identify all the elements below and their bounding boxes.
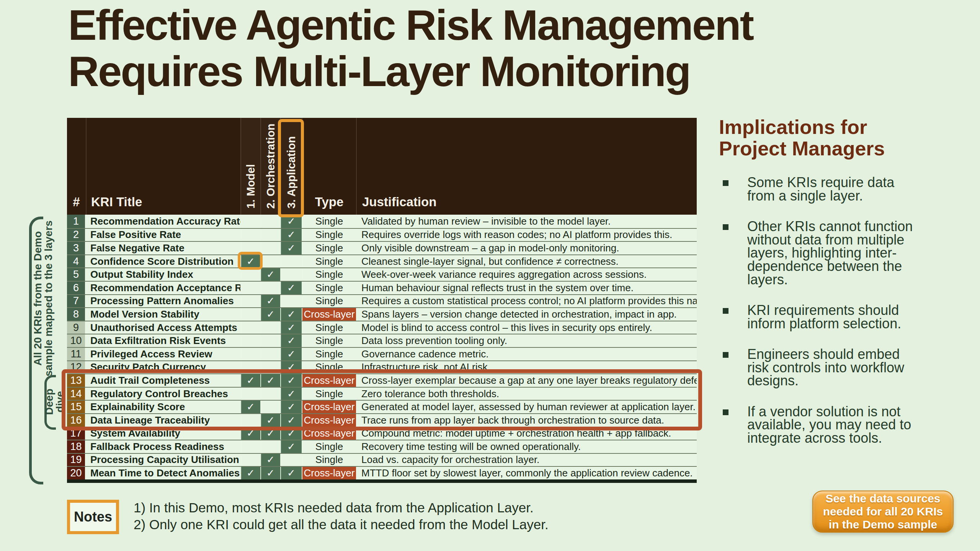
kri-title: Output Stability Index: [86, 268, 240, 281]
implications-list: Some KRIs require data from a single lay…: [719, 176, 969, 445]
kri-title: Audit Trail Completeness: [86, 374, 240, 387]
table-row: 11Privileged Access Review✓SingleGoverna…: [67, 347, 697, 360]
kri-title: False Negative Rate: [86, 242, 240, 254]
application-check-cell: ✓: [280, 321, 302, 334]
type-cell: Single: [302, 229, 356, 241]
row-number: 13: [67, 374, 86, 387]
application-check-cell: ✓: [280, 467, 302, 479]
type-cell: Cross-layer: [302, 308, 356, 321]
deep-dive-label: Deepdive: [44, 389, 65, 415]
table-row: 10Data Exfiltration Risk Events✓SingleDa…: [67, 334, 697, 347]
list-item: KRI requirements should inform platform …: [719, 304, 969, 330]
application-empty-cell: [280, 295, 302, 308]
type-cell: Single: [302, 348, 356, 360]
row-number: 9: [67, 321, 86, 334]
kri-title: Data Lineage Traceability: [86, 414, 240, 427]
page-title-line: Effective Agentic Risk Management: [68, 2, 753, 49]
table-row: 17System Availability✓✓✓Cross-layerCompo…: [67, 427, 697, 440]
justification-cell: Generated at model layer, assessed by hu…: [356, 401, 697, 413]
cta-button-line: in the Demo sample: [829, 518, 937, 531]
implications-heading-line: Implications for: [719, 117, 969, 138]
application-check-cell: ✓: [280, 308, 302, 321]
list-item-text: Some KRIs require data from a single lay…: [747, 176, 969, 202]
type-cell: Single: [302, 334, 356, 347]
cta-button[interactable]: See the data sourcesneeded for all 20 KR…: [812, 491, 954, 533]
implications-heading: Implications forProject Managers: [719, 117, 969, 159]
cta-button-line: See the data sources: [825, 492, 940, 505]
table-row: 19Processing Capacity Utilisation✓Single…: [67, 453, 697, 466]
type-cell: Single: [302, 255, 356, 268]
justification-cell: Governance cadence metric.: [356, 348, 697, 360]
type-cell: Cross-layer: [302, 427, 356, 440]
row-number: 7: [67, 295, 86, 308]
kri-title: Privileged Access Review: [86, 348, 240, 360]
kri-title: Fallback Process Readiness: [86, 440, 240, 453]
table-bottom-border: [67, 479, 697, 483]
type-cell: Cross-layer: [302, 414, 356, 427]
justification-cell: Infrastructure risk, not AI risk.: [356, 361, 697, 374]
type-cell: Cross-layer: [302, 401, 356, 413]
orchestration-empty-cell: [260, 348, 280, 360]
orchestration-empty-cell: [260, 334, 280, 347]
col-header-model: 1. Model: [240, 118, 260, 215]
model-empty-cell: [240, 414, 260, 427]
bullet-square-icon: [719, 304, 747, 330]
note-line: 2) Only one KRI could get all the data i…: [134, 516, 549, 533]
justification-cell: Recovery time testing will be owned oper…: [356, 440, 697, 453]
kri-title: Security Patch Currency: [86, 361, 240, 374]
justification-cell: Requires override logs with reason codes…: [356, 229, 697, 241]
table-row: 7Processing Pattern Anomalies✓SingleRequ…: [67, 294, 697, 308]
col-header-orchestration: 2. Orchestration: [260, 118, 280, 215]
deep-dive-label-line: Deep: [44, 389, 55, 415]
notes-label: Notes: [74, 509, 112, 525]
row-number: 10: [67, 334, 86, 347]
application-check-cell: ✓: [280, 401, 302, 413]
table-row: 1Recommendation Accuracy Rate✓SingleVali…: [67, 215, 697, 228]
application-empty-cell: [280, 268, 302, 281]
orchestration-empty-cell: [260, 282, 280, 294]
table-row: 13Audit Trail Completeness✓✓✓Cross-layer…: [67, 373, 697, 387]
type-cell: Single: [302, 215, 356, 228]
bullet-square-icon: [719, 348, 747, 388]
implications-panel: Implications forProject Managers Some KR…: [719, 117, 969, 445]
col-header-kri-title: KRI Title: [86, 118, 240, 215]
row-number: 8: [67, 308, 86, 321]
row-number: 15: [67, 401, 86, 413]
row-number: 1: [67, 215, 86, 228]
justification-cell: Model is blind to access control – this …: [356, 321, 697, 334]
kri-title: Explainability Score: [86, 401, 240, 413]
col-header-type: Type: [302, 118, 356, 215]
justification-cell: Compound metric: model uptime + orchestr…: [356, 427, 697, 440]
kri-title: Model Version Stability: [86, 308, 240, 321]
application-check-cell: ✓: [280, 361, 302, 374]
justification-cell: Spans layers – version change detected i…: [356, 308, 697, 321]
kri-title: Confidence Score Distribution: [86, 255, 240, 268]
implications-heading-line: Project Managers: [719, 138, 969, 160]
orchestration-empty-cell: [260, 440, 280, 453]
orchestration-check-cell: ✓: [260, 295, 280, 308]
justification-cell: Only visible downstream – a gap in model…: [356, 242, 697, 254]
orchestration-empty-cell: [260, 388, 280, 400]
row-number: 19: [67, 454, 86, 466]
list-item: Engineers should embed risk controls int…: [719, 348, 969, 388]
model-check-cell: ✓: [240, 374, 260, 387]
all-rows-label: All 20 KRIs from the Demosample mapped t…: [33, 220, 54, 377]
col-header-orchestration-label: 2. Orchestration: [265, 124, 277, 209]
orchestration-check-cell: ✓: [260, 414, 280, 427]
model-empty-cell: [240, 454, 260, 466]
application-check-cell: ✓: [280, 334, 302, 347]
col-header-model-label: 1. Model: [245, 164, 257, 209]
justification-cell: MTTD floor set by slowest layer, commonl…: [356, 467, 697, 479]
justification-cell: Data loss prevention tooling only.: [356, 334, 697, 347]
model-empty-cell: [240, 242, 260, 254]
model-empty-cell: [240, 282, 260, 294]
kri-table: # KRI Title 1. Model 2. Orchestration 3.…: [67, 118, 697, 483]
type-cell: Single: [302, 295, 356, 308]
table-row: 12Security Patch Currency✓SingleInfrastr…: [67, 360, 697, 374]
type-cell: Cross-layer: [302, 374, 356, 387]
orchestration-empty-cell: [260, 401, 280, 413]
type-cell: Single: [302, 454, 356, 466]
table-row: 9Unauthorised Access Attempts✓SingleMode…: [67, 321, 697, 334]
kri-title: Mean Time to Detect Anomalies: [86, 467, 240, 479]
application-empty-cell: [280, 454, 302, 466]
